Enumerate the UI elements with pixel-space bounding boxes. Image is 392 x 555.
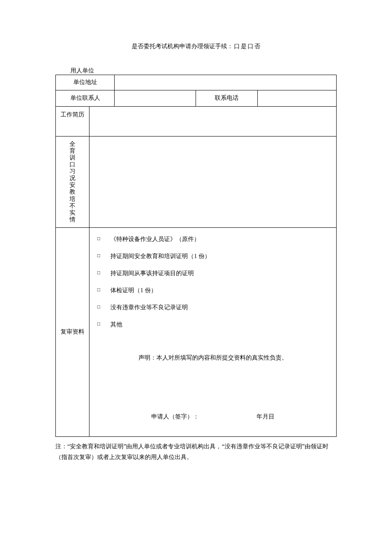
yes-checkbox[interactable]: 口 [234, 43, 240, 50]
contact-label: 单位联系人 [56, 90, 115, 106]
checklist-text-4: 体检证明（1 份） [110, 287, 157, 294]
checklist-item-2: □ 持证期间安全教育和培训证明（1 份） [97, 253, 329, 260]
declaration-statement: 声明：本人对所填写的内容和所提交资料的真实性负责。 [97, 354, 329, 362]
signature-line: 申请人（签字）： 年月日 [97, 413, 329, 421]
checklist-item-5: □ 没有违章作业等不良记录证明 [97, 304, 329, 311]
signature-date: 年月日 [257, 413, 274, 421]
work-history-label: 工作简历 [56, 106, 89, 136]
no-label: 否 [254, 43, 260, 49]
contact-value[interactable] [115, 90, 196, 106]
checklist-text-1: 《特种设备作业人员证》（原件） [110, 235, 200, 243]
footnote: 注：“安全教育和培训证明”由用人单位或者专业培训机构出具，“没有违章作业等不良记… [55, 441, 337, 462]
checklist-text-3: 持证期间从事该持证项目的证明 [110, 270, 194, 277]
checklist-item-4: □ 体检证明（1 份） [97, 287, 329, 294]
employer-label-hanging: 用人单位 [70, 67, 337, 75]
phone-label: 联系电话 [196, 90, 258, 106]
signature-label: 申请人（签字）： [151, 413, 199, 421]
phone-value[interactable] [258, 90, 337, 106]
checkbox-1[interactable]: □ [97, 235, 100, 243]
checklist-item-3: □ 持证期间从事该持证项目的证明 [97, 270, 329, 277]
delegation-question: 是否委托考试机构申请办理领证手续：口是口否 [55, 43, 337, 50]
checkbox-2[interactable]: □ [97, 253, 100, 260]
checklist-item-6: □ 其他 [97, 321, 329, 328]
checklist-text-2: 持证期间安全教育和培训证明（1 份） [110, 253, 210, 260]
checkbox-5[interactable]: □ [97, 304, 100, 311]
review-materials-content: □ 《特种设备作业人员证》（原件） □ 持证期间安全教育和培训证明（1 份） □… [89, 228, 336, 433]
safety-training-label-cell: 全 育 训 口 习 况 安 教 培 不 实 情 [56, 136, 89, 227]
work-history-value[interactable] [89, 106, 337, 136]
delegation-prefix: 是否委托考试机构申请办理领证手续： [132, 43, 233, 49]
checklist-item-1: □ 《特种设备作业人员证》（原件） [97, 235, 329, 243]
checklist-text-6: 其他 [110, 321, 122, 328]
address-value[interactable] [115, 75, 337, 90]
checkbox-4[interactable]: □ [97, 287, 100, 294]
address-label: 单位地址 [56, 75, 115, 90]
form-table: 单位地址 单位联系人 联系电话 工作简历 全 育 训 口 习 况 安 教 培 不… [55, 75, 337, 437]
checkbox-6[interactable]: □ [97, 321, 100, 328]
review-materials-label: 复审资料 [56, 227, 89, 436]
safety-training-value[interactable] [89, 136, 337, 227]
checklist-text-5: 没有违章作业等不良记录证明 [110, 304, 188, 311]
yes-label: 是 [241, 43, 247, 49]
no-checkbox[interactable]: 口 [248, 43, 254, 50]
checkbox-3[interactable]: □ [97, 270, 100, 277]
safety-training-label: 全 育 训 口 习 况 安 教 培 不 实 情 [69, 141, 75, 223]
